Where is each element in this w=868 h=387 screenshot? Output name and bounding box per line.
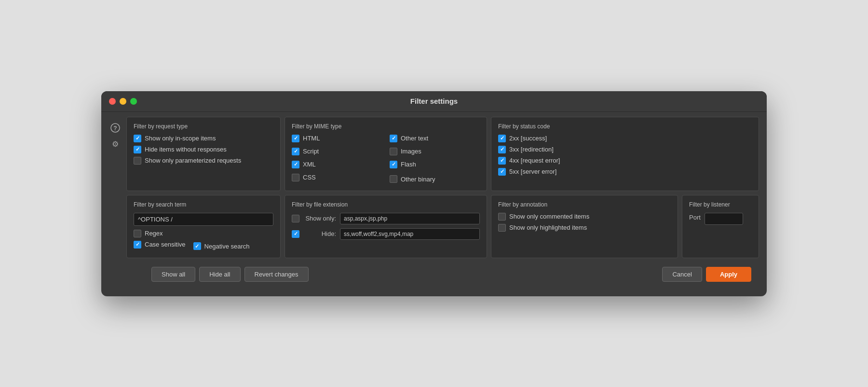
cancel-button[interactable]: Cancel bbox=[662, 267, 702, 282]
search-options-row: Case sensitive Negative search bbox=[134, 241, 273, 252]
search-term-input[interactable] bbox=[134, 213, 273, 226]
xml-row[interactable]: XML bbox=[292, 161, 382, 168]
images-row[interactable]: Images bbox=[390, 148, 480, 155]
script-checkbox[interactable] bbox=[292, 148, 299, 155]
gear-icon[interactable]: ⚙ bbox=[109, 138, 122, 151]
svg-text:?: ? bbox=[113, 125, 117, 132]
footer-left-buttons: Show all Hide all Revert changes bbox=[151, 267, 309, 282]
negative-search-row[interactable]: Negative search bbox=[193, 241, 250, 252]
show-all-button[interactable]: Show all bbox=[151, 267, 195, 282]
commented-items-row[interactable]: Show only commented items bbox=[498, 213, 671, 221]
request-type-panel: Filter by request type Show only in-scop… bbox=[126, 117, 281, 191]
file-extension-title: Filter by file extension bbox=[292, 201, 480, 208]
traffic-lights bbox=[109, 98, 137, 105]
hide-ext-checkbox[interactable] bbox=[292, 230, 299, 238]
top-panels: Filter by request type Show only in-scop… bbox=[126, 117, 759, 191]
other-text-label: Other text bbox=[401, 135, 428, 142]
html-checkbox[interactable] bbox=[292, 135, 299, 142]
show-parameterized-row[interactable]: Show only parameterized requests bbox=[134, 157, 273, 165]
commented-items-label: Show only commented items bbox=[509, 213, 589, 220]
revert-changes-button[interactable]: Revert changes bbox=[244, 267, 309, 282]
highlighted-items-row[interactable]: Show only highlighted items bbox=[498, 224, 671, 232]
css-row[interactable]: CSS bbox=[292, 174, 382, 181]
4xx-row[interactable]: 4xx [request error] bbox=[498, 157, 752, 165]
close-button[interactable] bbox=[109, 98, 116, 105]
hide-ext-label: Hide: bbox=[303, 230, 336, 237]
port-label: Port bbox=[689, 214, 701, 221]
commented-items-checkbox[interactable] bbox=[498, 213, 506, 221]
negative-search-label: Negative search bbox=[204, 243, 250, 250]
status-code-title: Filter by status code bbox=[498, 123, 752, 130]
flash-checkbox[interactable] bbox=[390, 161, 397, 168]
port-input[interactable] bbox=[705, 213, 743, 225]
html-label: HTML bbox=[303, 135, 320, 142]
hide-all-button[interactable]: Hide all bbox=[199, 267, 240, 282]
2xx-label: 2xx [success] bbox=[509, 135, 547, 142]
3xx-label: 3xx [redirection] bbox=[509, 146, 554, 153]
other-binary-label: Other binary bbox=[401, 176, 435, 183]
script-row[interactable]: Script bbox=[292, 148, 382, 155]
annotation-title: Filter by annotation bbox=[498, 201, 671, 208]
mime-grid: HTML Other text Script Images bbox=[292, 135, 480, 185]
search-term-panel: Filter by search term Regex Case sensiti… bbox=[126, 195, 281, 258]
other-binary-checkbox[interactable] bbox=[390, 175, 397, 183]
regex-row[interactable]: Regex bbox=[134, 230, 273, 237]
show-only-ext-checkbox[interactable] bbox=[292, 215, 299, 222]
2xx-row[interactable]: 2xx [success] bbox=[498, 135, 752, 142]
4xx-label: 4xx [request error] bbox=[509, 157, 560, 164]
other-text-row[interactable]: Other text bbox=[390, 135, 480, 142]
mime-type-title: Filter by MIME type bbox=[292, 123, 480, 130]
window-title: Filter settings bbox=[410, 97, 458, 105]
hide-ext-row: Hide: bbox=[292, 228, 480, 240]
maximize-button[interactable] bbox=[130, 98, 137, 105]
show-only-ext-row: Show only: bbox=[292, 213, 480, 224]
case-sensitive-row[interactable]: Case sensitive bbox=[134, 241, 186, 249]
regex-checkbox[interactable] bbox=[134, 230, 141, 237]
show-only-ext-label: Show only: bbox=[303, 215, 336, 222]
xml-checkbox[interactable] bbox=[292, 161, 299, 168]
hide-no-response-label: Hide items without responses bbox=[145, 146, 227, 153]
4xx-checkbox[interactable] bbox=[498, 157, 506, 165]
flash-row[interactable]: Flash bbox=[390, 161, 480, 168]
hide-ext-input[interactable] bbox=[340, 228, 480, 240]
images-checkbox[interactable] bbox=[390, 148, 397, 155]
css-checkbox[interactable] bbox=[292, 174, 299, 181]
minimize-button[interactable] bbox=[120, 98, 126, 105]
show-in-scope-checkbox[interactable] bbox=[134, 135, 141, 142]
left-icons: ? ⚙ bbox=[109, 117, 126, 289]
2xx-checkbox[interactable] bbox=[498, 135, 506, 142]
flash-label: Flash bbox=[401, 161, 416, 168]
content-area: ? ⚙ Filter by request type Show only in-… bbox=[101, 112, 767, 296]
show-parameterized-label: Show only parameterized requests bbox=[145, 157, 241, 164]
other-binary-row[interactable]: Other binary bbox=[390, 174, 480, 185]
bottom-panels: Filter by search term Regex Case sensiti… bbox=[126, 195, 759, 258]
file-extension-panel: Filter by file extension Show only: Hide… bbox=[285, 195, 487, 258]
html-row[interactable]: HTML bbox=[292, 135, 382, 142]
5xx-row[interactable]: 5xx [server error] bbox=[498, 168, 752, 176]
listener-title: Filter by listener bbox=[689, 201, 752, 208]
script-label: Script bbox=[303, 148, 319, 155]
hide-no-response-checkbox[interactable] bbox=[134, 146, 141, 153]
filter-settings-window: Filter settings ? ⚙ Filter bbox=[101, 91, 767, 296]
show-parameterized-checkbox[interactable] bbox=[134, 157, 141, 165]
search-term-title: Filter by search term bbox=[134, 201, 273, 208]
regex-label: Regex bbox=[145, 230, 163, 237]
show-only-ext-input[interactable] bbox=[340, 213, 480, 224]
images-label: Images bbox=[401, 148, 421, 155]
help-icon[interactable]: ? bbox=[109, 122, 122, 134]
hide-no-response-row[interactable]: Hide items without responses bbox=[134, 146, 273, 153]
negative-search-checkbox[interactable] bbox=[193, 242, 201, 250]
other-text-checkbox[interactable] bbox=[390, 135, 397, 142]
show-in-scope-row[interactable]: Show only in-scope items bbox=[134, 135, 273, 142]
apply-button[interactable]: Apply bbox=[706, 267, 751, 282]
3xx-row[interactable]: 3xx [redirection] bbox=[498, 146, 752, 153]
footer: Show all Hide all Revert changes Cancel … bbox=[126, 262, 759, 289]
highlighted-items-checkbox[interactable] bbox=[498, 224, 506, 232]
case-sensitive-checkbox[interactable] bbox=[134, 241, 141, 249]
3xx-checkbox[interactable] bbox=[498, 146, 506, 153]
title-bar: Filter settings bbox=[101, 91, 767, 112]
show-in-scope-label: Show only in-scope items bbox=[145, 135, 216, 142]
5xx-checkbox[interactable] bbox=[498, 168, 506, 176]
main-content: Filter by request type Show only in-scop… bbox=[126, 117, 759, 289]
css-label: CSS bbox=[303, 174, 316, 181]
